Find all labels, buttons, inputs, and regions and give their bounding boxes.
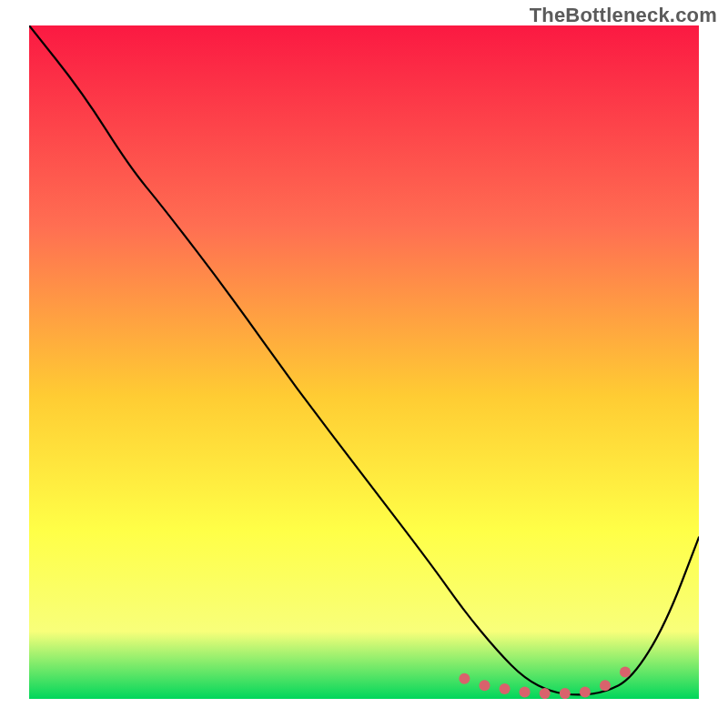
plot-area [29,25,699,699]
optimum-marker [520,687,531,698]
optimum-marker [620,666,631,677]
bottleneck-curve-chart [29,25,699,699]
optimum-marker [580,687,591,698]
optimum-marker [459,673,470,684]
gradient-background [29,25,699,699]
optimum-marker [500,683,511,694]
optimum-marker [600,680,611,691]
chart-frame: TheBottleneck.com [0,0,728,728]
optimum-marker [480,680,490,691]
optimum-marker [560,688,571,699]
plot-canvas [29,25,699,699]
optimum-marker [540,688,551,699]
watermark-text: TheBottleneck.com [530,4,717,27]
